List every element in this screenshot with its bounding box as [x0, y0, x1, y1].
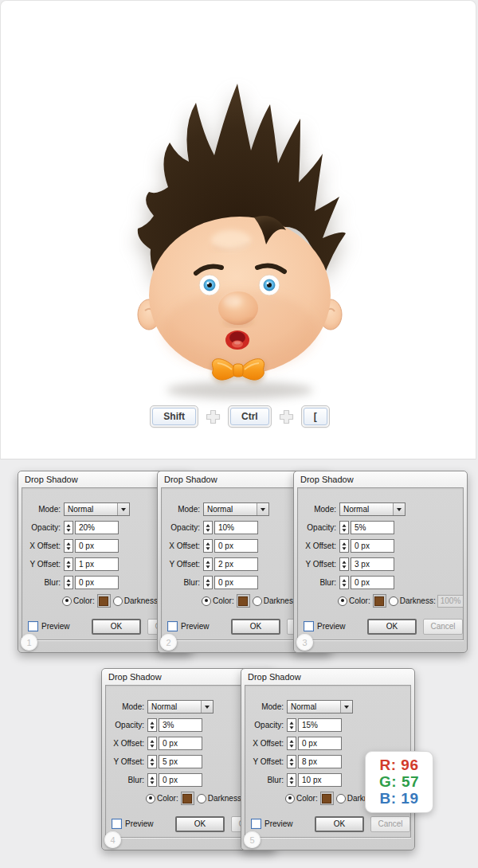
chevron-down-icon[interactable]	[257, 503, 268, 515]
stepper-up-icon[interactable]	[342, 579, 346, 581]
blur-stepper[interactable]	[339, 576, 349, 589]
color-radio[interactable]	[338, 596, 347, 606]
blur-input[interactable]: 0 px	[75, 576, 119, 589]
shadow-color-swatch[interactable]	[97, 594, 111, 608]
chevron-down-icon[interactable]	[393, 503, 405, 515]
x-offset-stepper[interactable]	[203, 539, 213, 553]
stepper-down-icon[interactable]	[206, 565, 210, 568]
y-offset-stepper[interactable]	[287, 755, 296, 768]
stepper-up-icon[interactable]	[150, 740, 154, 742]
preview-checkbox[interactable]	[304, 621, 314, 631]
x-offset-input[interactable]: 0 px	[214, 539, 258, 553]
stepper-down-icon[interactable]	[150, 726, 154, 729]
stepper-down-icon[interactable]	[150, 745, 154, 747]
stepper-up-icon[interactable]	[289, 776, 293, 779]
stepper-up-icon[interactable]	[289, 758, 293, 760]
y-offset-input[interactable]: 1 px	[75, 557, 119, 571]
ok-button[interactable]: OK	[231, 619, 280, 635]
stepper-up-icon[interactable]	[150, 758, 154, 760]
stepper-down-icon[interactable]	[66, 529, 70, 531]
opacity-stepper[interactable]	[203, 521, 213, 534]
stepper-up-icon[interactable]	[206, 561, 210, 563]
stepper-up-icon[interactable]	[289, 740, 293, 742]
color-radio[interactable]	[62, 596, 72, 606]
stepper-up-icon[interactable]	[342, 561, 346, 563]
stepper-up-icon[interactable]	[206, 524, 210, 526]
y-offset-stepper[interactable]	[203, 557, 213, 571]
x-offset-input[interactable]: 0 px	[351, 539, 394, 553]
stepper-down-icon[interactable]	[66, 547, 70, 549]
stepper-up-icon[interactable]	[66, 579, 70, 581]
mode-dropdown[interactable]: Normal	[287, 700, 353, 714]
stepper-up-icon[interactable]	[66, 524, 70, 526]
ok-button[interactable]: OK	[92, 619, 141, 635]
x-offset-stepper[interactable]	[287, 737, 296, 750]
color-radio[interactable]	[202, 596, 211, 606]
stepper-up-icon[interactable]	[150, 776, 154, 779]
darkness-radio[interactable]	[197, 794, 206, 803]
opacity-input[interactable]: 20%	[75, 521, 119, 534]
y-offset-input[interactable]: 2 px	[214, 557, 258, 571]
x-offset-input[interactable]: 0 px	[75, 539, 119, 553]
mode-dropdown[interactable]: Normal	[147, 700, 214, 714]
cancel-button[interactable]: Cancel	[370, 816, 410, 832]
x-offset-input[interactable]: 0 px	[298, 737, 342, 750]
stepper-down-icon[interactable]	[342, 529, 346, 531]
shadow-color-swatch[interactable]	[181, 792, 194, 805]
chevron-down-icon[interactable]	[201, 701, 213, 713]
opacity-stepper[interactable]	[339, 521, 349, 534]
blur-input[interactable]: 10 px	[298, 773, 342, 787]
x-offset-stepper[interactable]	[64, 539, 73, 553]
opacity-stepper[interactable]	[287, 718, 296, 732]
y-offset-stepper[interactable]	[339, 557, 349, 571]
mode-dropdown[interactable]: Normal	[64, 502, 130, 516]
preview-checkbox[interactable]	[28, 621, 38, 631]
opacity-input[interactable]: 15%	[298, 718, 342, 732]
stepper-up-icon[interactable]	[289, 721, 293, 724]
ok-button[interactable]: OK	[315, 816, 364, 832]
shadow-color-swatch[interactable]	[320, 792, 334, 805]
x-offset-stepper[interactable]	[147, 737, 157, 750]
x-offset-stepper[interactable]	[339, 539, 349, 553]
ok-button[interactable]: OK	[175, 816, 225, 832]
mode-dropdown[interactable]: Normal	[339, 502, 406, 516]
y-offset-input[interactable]: 5 px	[159, 755, 202, 768]
blur-stepper[interactable]	[287, 773, 296, 787]
opacity-input[interactable]: 10%	[214, 521, 258, 534]
preview-checkbox[interactable]	[167, 621, 178, 631]
stepper-up-icon[interactable]	[206, 579, 210, 581]
preview-checkbox[interactable]	[112, 819, 122, 829]
stepper-up-icon[interactable]	[150, 721, 154, 724]
opacity-stepper[interactable]	[64, 521, 73, 534]
stepper-down-icon[interactable]	[342, 584, 346, 586]
stepper-down-icon[interactable]	[342, 565, 346, 568]
stepper-down-icon[interactable]	[206, 547, 210, 549]
opacity-input[interactable]: 5%	[351, 521, 394, 534]
blur-input[interactable]: 0 px	[214, 576, 258, 589]
stepper-up-icon[interactable]	[206, 542, 210, 545]
stepper-down-icon[interactable]	[289, 745, 293, 747]
stepper-down-icon[interactable]	[150, 763, 154, 765]
blur-stepper[interactable]	[147, 773, 157, 787]
ok-button[interactable]: OK	[367, 619, 417, 635]
stepper-down-icon[interactable]	[66, 565, 70, 568]
stepper-up-icon[interactable]	[342, 542, 346, 545]
stepper-down-icon[interactable]	[289, 726, 293, 729]
blur-input[interactable]: 0 px	[159, 773, 202, 787]
stepper-down-icon[interactable]	[66, 584, 70, 586]
stepper-up-icon[interactable]	[66, 542, 70, 545]
blur-stepper[interactable]	[64, 576, 73, 589]
shadow-color-swatch[interactable]	[237, 594, 250, 608]
stepper-down-icon[interactable]	[289, 763, 293, 765]
y-offset-input[interactable]: 3 px	[351, 557, 394, 571]
color-radio[interactable]	[285, 794, 295, 803]
opacity-stepper[interactable]	[147, 718, 157, 732]
chevron-down-icon[interactable]	[117, 503, 129, 515]
stepper-up-icon[interactable]	[66, 561, 70, 563]
blur-stepper[interactable]	[203, 576, 213, 589]
stepper-down-icon[interactable]	[206, 584, 210, 586]
y-offset-input[interactable]: 8 px	[298, 755, 342, 768]
darkness-radio[interactable]	[253, 596, 262, 606]
y-offset-stepper[interactable]	[64, 557, 73, 571]
color-radio[interactable]	[146, 794, 155, 803]
